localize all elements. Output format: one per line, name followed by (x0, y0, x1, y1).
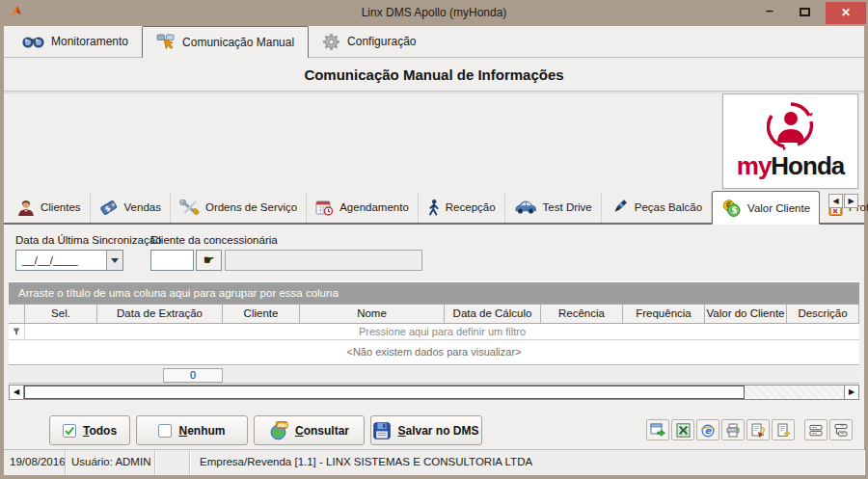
gear-icon (322, 33, 340, 51)
button-label: Todos (83, 424, 117, 438)
row-indicator-header (9, 305, 25, 323)
page-title: Comunicação Manual de Informações (4, 59, 864, 91)
row-indicator-cell (9, 324, 25, 339)
button-label: Nenhum (178, 424, 225, 438)
grid-filter-row[interactable]: Pressione aqui para definir um filtro (9, 324, 859, 340)
collapse-rows-button[interactable] (804, 419, 827, 440)
tab-test-drive[interactable]: Test Drive (505, 192, 602, 223)
calendar-clock-icon (315, 200, 334, 216)
app-window: Linx DMS Apollo (myHonda) – ✕ Monitorame… (0, 0, 868, 479)
tab-label: Clientes (41, 201, 81, 213)
globe-abc-icon: ABC (269, 421, 288, 440)
column-header-frequencia[interactable]: Frequência (623, 305, 705, 323)
filter-funnel-icon (13, 328, 20, 336)
checkbox-checked-icon (63, 424, 76, 438)
column-header-recencia[interactable]: Recência (541, 305, 623, 323)
sync-date-value: __/__/____ (16, 254, 106, 266)
print-icon (725, 423, 741, 438)
column-header-data-calculo[interactable]: Data de Cálculo (445, 305, 541, 323)
svg-text:$: $ (731, 205, 737, 215)
scroll-right-icon[interactable]: ▶ (844, 386, 858, 399)
pointing-hand-icon: ☛ (203, 253, 215, 267)
scroll-left-icon[interactable]: ◀ (10, 386, 24, 399)
open-browser-button[interactable]: e (696, 419, 719, 440)
export-grid-button[interactable] (646, 419, 669, 440)
print-export-button[interactable] (746, 419, 770, 440)
filter-hint[interactable]: Pressione aqui para definir um filtro (25, 324, 859, 339)
column-header-cliente[interactable]: Cliente (223, 305, 300, 323)
grid-footer-row: 0 (9, 367, 859, 384)
logo-honda: Honda (771, 151, 844, 180)
module-tab-strip: Clientes $ Vendas (4, 192, 864, 225)
price-tag-icon: $ (99, 199, 119, 216)
nenhum-button[interactable]: Nenhum (136, 415, 248, 445)
sync-date-combo[interactable]: __/__/____ (15, 250, 123, 271)
column-header-sel[interactable]: Sel. (25, 305, 97, 323)
tab-scroll-left-icon[interactable]: ◀ (828, 194, 843, 208)
pen-tool-icon (610, 200, 629, 216)
chevron-down-icon (111, 258, 119, 263)
coins-icon: € $ (721, 200, 742, 217)
main-tab-bar: Monitoramento Comunicação Manual (4, 26, 864, 58)
status-bar: 19/08/2016 Usuário: ADMIN Empresa/Revend… (4, 449, 864, 475)
status-date: 19/08/2016 (4, 450, 66, 475)
status-company: Empresa/Revenda [1.1] - LINX SISTEMAS E … (190, 450, 864, 475)
grid-header-row: Sel. Data de Extração Cliente Nome Data … (9, 304, 859, 324)
close-button[interactable]: ✕ (826, 2, 866, 24)
tab-label: Recepção (446, 201, 496, 213)
tab-label: Monitoramento (51, 35, 128, 48)
tab-configuracao[interactable]: Configuração (309, 26, 429, 57)
tab-scroll-right-icon[interactable]: ▶ (844, 194, 858, 208)
export-grid-icon (650, 423, 665, 438)
client-code-input[interactable] (150, 250, 194, 271)
car-icon (514, 200, 537, 214)
column-header-data-extracao[interactable]: Data de Extração (97, 305, 223, 323)
myhonda-person-icon (767, 100, 815, 152)
maximize-icon (800, 8, 810, 16)
tab-agendamento[interactable]: Agendamento (307, 192, 419, 223)
window-title: Linx DMS Apollo (myHonda) (0, 0, 868, 26)
tab-vendas[interactable]: $ Vendas (91, 192, 171, 223)
combo-dropdown-button[interactable] (106, 251, 122, 270)
horizontal-scrollbar[interactable]: ◀ ▶ (9, 385, 859, 400)
salvar-no-dms-button[interactable]: Salvar no DMS (370, 415, 482, 445)
tab-valor-cliente[interactable]: € $ Valor Cliente (712, 191, 820, 225)
client-person-icon (17, 200, 35, 216)
sync-date-label: Data da Última Sincronização (15, 234, 162, 246)
todos-button[interactable]: Todos (49, 415, 130, 445)
status-empty-section (155, 450, 190, 475)
expand-rows-button[interactable] (829, 419, 853, 440)
checkbox-empty-icon (158, 424, 172, 438)
tab-clientes[interactable]: Clientes (9, 192, 91, 223)
export-excel-button[interactable] (671, 419, 694, 440)
report-preview-button[interactable] (772, 419, 795, 440)
tab-label: Agendamento (339, 201, 409, 213)
print-button[interactable] (721, 419, 745, 440)
column-header-nome[interactable]: Nome (300, 305, 445, 323)
filter-panel: Data da Última Sincronização Cliente da … (4, 226, 864, 281)
column-header-descricao[interactable]: Descrição (787, 305, 859, 323)
tab-monitoramento[interactable]: Monitoramento (9, 26, 142, 57)
tab-recepcao[interactable]: Recepção (419, 192, 505, 223)
tab-comunicacao-manual[interactable]: Comunicação Manual (142, 26, 309, 58)
tab-ordens-de-servico[interactable]: Ordens de Serviço (171, 192, 307, 223)
client-lookup-button[interactable]: ☛ (196, 250, 222, 271)
consultar-button[interactable]: ABC Consultar (254, 415, 365, 445)
client-name-field (225, 250, 422, 271)
tab-label: Comunicação Manual (182, 36, 294, 49)
walking-person-icon (427, 200, 440, 216)
title-bar: Linx DMS Apollo (myHonda) – ✕ (0, 0, 868, 26)
client-area: Monitoramento Comunicação Manual (4, 26, 864, 475)
button-label: Salvar no DMS (397, 424, 478, 438)
svg-text:ABC: ABC (278, 422, 288, 427)
dealer-client-label: Cliente da concessionária (150, 234, 278, 246)
scrollbar-thumb[interactable] (24, 386, 745, 399)
minimize-button[interactable]: – (756, 2, 783, 23)
group-by-bar[interactable]: Arraste o título de uma coluna aqui para… (9, 281, 859, 304)
column-header-valor-cliente[interactable]: Valor do Cliente (705, 305, 787, 323)
tab-pecas-balcao[interactable]: Peças Balcão (602, 192, 712, 223)
heading-bar: Comunicação Manual de Informações (4, 59, 864, 92)
maximize-button[interactable] (791, 2, 818, 23)
rows-icon (808, 423, 824, 438)
excel-icon (676, 423, 691, 438)
